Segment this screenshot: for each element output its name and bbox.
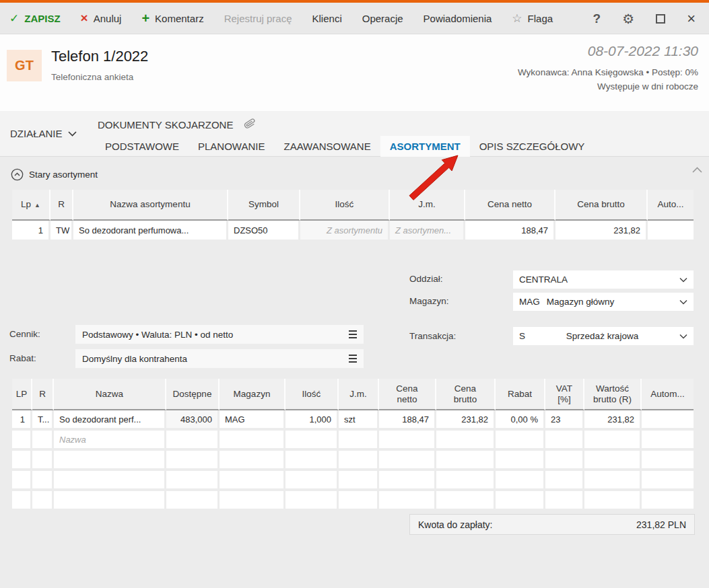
col-cena-netto[interactable]: Cena netto	[465, 190, 555, 221]
notifications-menu[interactable]: Powiadomienia	[424, 13, 492, 24]
cell-ilosc[interactable]: Z asortymentu	[300, 221, 390, 242]
empty-cell[interactable]	[584, 491, 642, 511]
magazyn-select[interactable]: MAG Magazyn główny	[513, 293, 694, 311]
flag-button[interactable]: ☆ Flaga	[512, 11, 553, 26]
scroll-up-icon[interactable]	[692, 163, 702, 176]
comment-button[interactable]: + Komentarz	[141, 13, 203, 24]
empty-cell[interactable]	[545, 491, 584, 511]
empty-cell[interactable]	[12, 491, 32, 511]
cell-rabat[interactable]: 0,00 %	[496, 410, 545, 431]
empty-cell[interactable]	[220, 451, 285, 471]
cell-symbol[interactable]: DZSO50	[228, 221, 300, 242]
col-wartosc-brutto[interactable]: Wartość brutto (R)	[584, 379, 642, 410]
cennik-field[interactable]: Podstawowy • Waluta: PLN • od netto	[75, 325, 364, 344]
empty-cell[interactable]	[545, 471, 584, 491]
menu-icon[interactable]	[349, 330, 357, 338]
collapse-section-button[interactable]	[11, 168, 24, 181]
empty-cell[interactable]	[54, 451, 166, 471]
empty-cell[interactable]	[12, 431, 32, 451]
col-ilosc[interactable]: Ilość	[285, 379, 339, 410]
empty-cell[interactable]	[584, 471, 642, 491]
empty-cell[interactable]	[545, 431, 584, 451]
empty-cell[interactable]	[54, 471, 166, 491]
cell-cena-brutto[interactable]: 231,82	[436, 410, 496, 431]
col-nazwa[interactable]: Nazwa	[54, 379, 166, 410]
empty-cell[interactable]	[379, 431, 436, 451]
col-cena-brutto[interactable]: Cena brutto	[555, 190, 648, 221]
cell-vat[interactable]: 23	[545, 410, 584, 431]
new-item-name-cell[interactable]: Nazwa	[54, 431, 166, 451]
tab-associated-documents[interactable]: DOKUMENTY SKOJARZONE	[98, 116, 257, 133]
empty-cell[interactable]	[379, 451, 436, 471]
cell-cena-brutto[interactable]: 231,82	[555, 221, 648, 242]
cell-jm[interactable]: szt	[339, 410, 379, 431]
cell-lp[interactable]: 1	[12, 221, 50, 242]
cell-nazwa[interactable]: So dezodorant perf...	[54, 410, 166, 431]
empty-cell[interactable]	[285, 491, 339, 511]
cell-dostepne[interactable]: 483,000	[166, 410, 220, 431]
col-nazwa-asortymentu[interactable]: Nazwa asortymentu	[73, 190, 228, 221]
close-icon[interactable]: ×	[687, 14, 696, 24]
save-button[interactable]: ✓ ZAPISZ	[9, 11, 61, 26]
empty-cell[interactable]	[12, 471, 32, 491]
help-icon[interactable]: ?	[593, 11, 601, 26]
empty-cell[interactable]	[545, 451, 584, 471]
empty-cell[interactable]	[32, 491, 54, 511]
tab-planowanie[interactable]: PLANOWANIE	[189, 136, 274, 157]
cell-auto[interactable]	[648, 221, 694, 242]
col-lp[interactable]: Lp▲	[12, 190, 50, 221]
empty-cell[interactable]	[285, 471, 339, 491]
empty-cell[interactable]	[436, 491, 496, 511]
col-vat[interactable]: VAT [%]	[545, 379, 584, 410]
empty-cell[interactable]	[642, 431, 694, 451]
maximize-icon[interactable]	[656, 14, 665, 24]
col-lp[interactable]: LP	[12, 379, 32, 410]
empty-cell[interactable]	[339, 431, 379, 451]
col-symbol[interactable]: Symbol	[228, 190, 300, 221]
empty-cell[interactable]	[496, 431, 545, 451]
empty-cell[interactable]	[496, 471, 545, 491]
col-autom[interactable]: Autom...	[642, 379, 694, 410]
col-cena-netto[interactable]: Cena netto	[379, 379, 436, 410]
empty-cell[interactable]	[220, 431, 285, 451]
empty-cell[interactable]	[436, 431, 496, 451]
tab-opis-szczegolowy[interactable]: OPIS SZCZEGÓŁOWY	[470, 136, 595, 157]
col-jm[interactable]: J.m.	[339, 379, 379, 410]
col-ilosc[interactable]: Ilość	[300, 190, 390, 221]
empty-cell[interactable]	[642, 491, 694, 511]
empty-cell[interactable]	[642, 451, 694, 471]
empty-cell[interactable]	[32, 431, 54, 451]
cell-cena-netto[interactable]: 188,47	[379, 410, 436, 431]
empty-cell[interactable]	[166, 491, 220, 511]
action-dropdown-button[interactable]: DZIAŁANIE	[10, 128, 77, 139]
cell-lp[interactable]: 1	[12, 410, 32, 431]
cell-r[interactable]: T...	[32, 410, 54, 431]
cancel-button[interactable]: × Anuluj	[81, 13, 122, 24]
cell-wartosc-brutto[interactable]: 231,82	[584, 410, 642, 431]
col-r[interactable]: R	[50, 190, 73, 221]
empty-cell[interactable]	[12, 451, 32, 471]
col-cena-brutto[interactable]: Cena brutto	[436, 379, 496, 410]
cell-jm[interactable]: Z asortymen...	[390, 221, 465, 242]
transakcja-select[interactable]: S Sprzedaż krajowa	[513, 327, 694, 345]
empty-cell[interactable]	[496, 451, 545, 471]
cell-nazwa[interactable]: So dezodorant perfumowa...	[73, 221, 228, 242]
empty-cell[interactable]	[32, 451, 54, 471]
empty-cell[interactable]	[339, 451, 379, 471]
operations-menu[interactable]: Operacje	[362, 13, 403, 24]
empty-cell[interactable]	[379, 491, 436, 511]
oddzial-select[interactable]: CENTRALA	[513, 270, 694, 289]
col-rabat[interactable]: Rabat	[496, 379, 545, 410]
empty-cell[interactable]	[220, 491, 285, 511]
empty-cell[interactable]	[166, 431, 220, 451]
empty-cell[interactable]	[285, 431, 339, 451]
empty-cell[interactable]	[584, 431, 642, 451]
menu-icon[interactable]	[349, 355, 357, 363]
cell-cena-netto[interactable]: 188,47	[465, 221, 555, 242]
empty-cell[interactable]	[32, 471, 54, 491]
cell-r[interactable]: TW	[50, 221, 73, 242]
rabat-field[interactable]: Domyślny dla kontrahenta	[75, 349, 364, 368]
empty-cell[interactable]	[642, 471, 694, 491]
empty-cell[interactable]	[220, 471, 285, 491]
cell-magazyn[interactable]: MAG	[220, 410, 285, 431]
